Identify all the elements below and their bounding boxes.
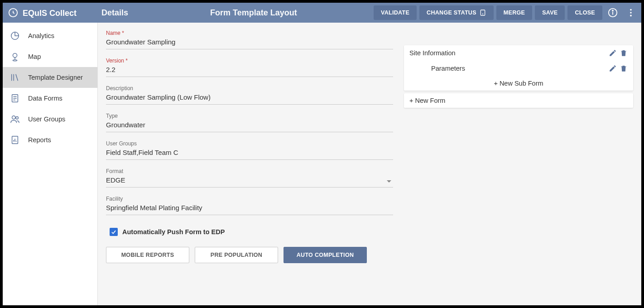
field-value: 2.2 xyxy=(106,65,393,75)
tab-auto-completion[interactable]: AUTO COMPLETION xyxy=(284,247,367,263)
field-value: Springfield Metal Plating Facility xyxy=(106,203,393,213)
field-label: User Groups xyxy=(106,140,393,147)
tab-mobile-reports[interactable]: MOBILE REPORTS xyxy=(106,247,189,263)
sidebar-item-map[interactable]: Map xyxy=(3,46,97,67)
field-value: Field Staff,Field Team C xyxy=(106,148,393,158)
new-sub-form-button[interactable]: + New Sub Form xyxy=(404,76,633,91)
pencil-icon[interactable] xyxy=(609,64,617,72)
validate-button[interactable]: VALIDATE xyxy=(374,5,417,20)
svg-point-7 xyxy=(630,15,632,17)
field-type[interactable]: Type Groundwater xyxy=(106,113,393,132)
form-tree-card: Site Information Parameters + New xyxy=(404,45,633,91)
users-icon xyxy=(10,114,20,124)
sidebar-item-label: Template Designer xyxy=(28,74,83,81)
checkbox-checked-icon[interactable] xyxy=(110,228,118,236)
svg-point-5 xyxy=(630,9,632,11)
field-version[interactable]: Version 2.2 xyxy=(106,58,393,77)
form-tree-column: Site Information Parameters + New xyxy=(401,23,641,305)
hand-tap-icon xyxy=(479,9,486,16)
field-label: Version xyxy=(106,58,393,64)
svg-point-4 xyxy=(612,10,613,11)
new-form-button[interactable]: + New Form xyxy=(404,93,633,108)
details-column: Name Groundwater Sampling Version 2.2 De… xyxy=(98,23,401,305)
sidebar-item-label: User Groups xyxy=(28,116,65,123)
app-logo-icon xyxy=(8,8,18,18)
tree-node-label: Parameters xyxy=(431,65,465,72)
sidebar-item-analytics[interactable]: Analytics xyxy=(3,25,97,46)
field-value: Groundwater Sampling (Low Flow) xyxy=(106,92,393,102)
field-value: Groundwater Sampling xyxy=(106,37,393,47)
app-header: EQuIS Collect Details Form Template Layo… xyxy=(3,3,641,23)
header-title-layout: Form Template Layout xyxy=(210,8,374,18)
pencil-icon[interactable] xyxy=(609,49,617,57)
tab-pre-population[interactable]: PRE POPULATION xyxy=(195,247,278,263)
report-icon xyxy=(10,135,20,145)
svg-point-15 xyxy=(16,117,19,120)
trash-icon[interactable] xyxy=(620,49,628,57)
tree-node-label: Site Information xyxy=(409,49,456,57)
field-label: Type xyxy=(106,113,393,119)
sidebar-item-label: Analytics xyxy=(28,32,54,39)
main-content: Name Groundwater Sampling Version 2.2 De… xyxy=(98,23,641,305)
field-label: Description xyxy=(106,85,393,91)
sidebar-item-user-groups[interactable]: User Groups xyxy=(3,109,97,130)
field-user-groups[interactable]: User Groups Field Staff,Field Team C xyxy=(106,140,393,160)
brand: EQuIS Collect xyxy=(8,8,98,18)
field-label: Facility xyxy=(106,196,393,202)
change-status-label: CHANGE STATUS xyxy=(427,10,476,16)
info-icon[interactable] xyxy=(605,5,620,20)
form-icon xyxy=(10,93,20,103)
field-label: Name xyxy=(106,30,393,36)
sidebar-item-data-forms[interactable]: Data Forms xyxy=(3,88,97,109)
sidebar-item-label: Map xyxy=(28,53,41,60)
tree-node-parameters[interactable]: Parameters xyxy=(404,61,633,76)
trash-icon[interactable] xyxy=(620,64,628,72)
field-value: Groundwater xyxy=(106,120,393,130)
close-button[interactable]: CLOSE xyxy=(567,5,602,20)
change-status-button[interactable]: CHANGE STATUS xyxy=(419,5,494,20)
field-facility[interactable]: Facility Springfield Metal Plating Facil… xyxy=(106,196,393,215)
merge-button[interactable]: MERGE xyxy=(496,5,532,20)
books-icon xyxy=(10,72,20,82)
sidebar: Analytics Map Template Designer Data For… xyxy=(3,23,98,305)
header-title-details: Details xyxy=(101,8,210,18)
field-description[interactable]: Description Groundwater Sampling (Low Fl… xyxy=(106,85,393,105)
pie-chart-icon xyxy=(10,31,20,41)
sidebar-item-template-designer[interactable]: Template Designer xyxy=(3,67,97,88)
svg-point-6 xyxy=(630,12,632,14)
sidebar-item-reports[interactable]: Reports xyxy=(3,130,97,150)
field-label: Format xyxy=(106,168,393,174)
svg-point-8 xyxy=(13,53,17,58)
auto-push-checkbox-row[interactable]: Automatically Push Form to EDP xyxy=(110,228,393,236)
sidebar-item-label: Data Forms xyxy=(28,95,62,102)
more-vert-icon[interactable] xyxy=(623,5,639,20)
bottom-tabs: MOBILE REPORTS PRE POPULATION AUTO COMPL… xyxy=(106,247,393,263)
field-name[interactable]: Name Groundwater Sampling xyxy=(106,30,393,49)
svg-point-14 xyxy=(12,116,15,119)
save-button[interactable]: SAVE xyxy=(535,5,565,20)
header-actions: VALIDATE CHANGE STATUS MERGE SAVE CLOSE xyxy=(374,5,639,20)
sidebar-item-label: Reports xyxy=(28,136,51,144)
tree-node-site-information[interactable]: Site Information xyxy=(404,45,633,61)
svg-rect-1 xyxy=(481,10,485,15)
map-pin-icon xyxy=(10,52,20,62)
checkbox-label: Automatically Push Form to EDP xyxy=(122,228,225,236)
brand-name: EQuIS Collect xyxy=(23,9,77,18)
svg-point-9 xyxy=(13,60,17,61)
new-form-card: + New Form xyxy=(404,93,633,108)
field-value: EDGE xyxy=(106,175,393,185)
chevron-down-icon xyxy=(387,180,391,183)
field-format[interactable]: Format EDGE xyxy=(106,168,393,188)
